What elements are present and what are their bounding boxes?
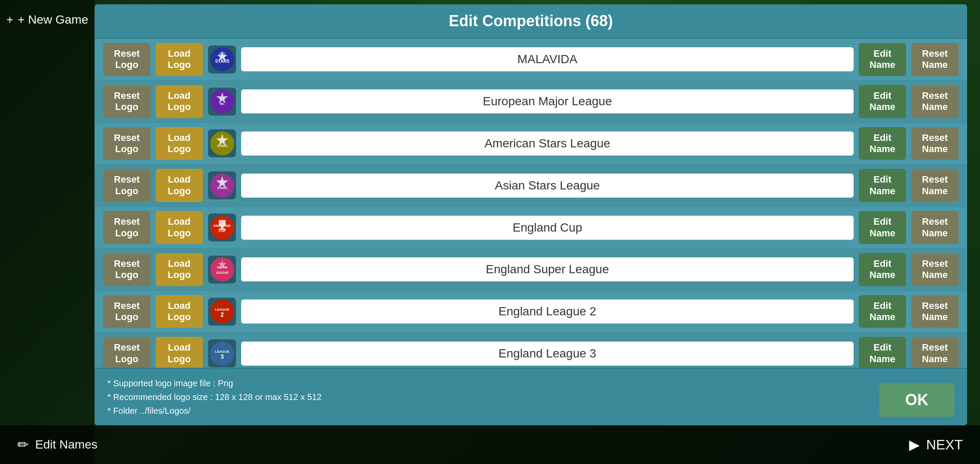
competition-name-input[interactable] (241, 131, 854, 156)
svg-rect-19 (219, 229, 226, 230)
load-logo-button[interactable]: LoadLogo (156, 253, 203, 286)
competition-logo: STARS (208, 171, 236, 199)
competition-logo: LEAGUE 3 (208, 339, 236, 367)
reset-name-button[interactable]: ResetName (911, 253, 959, 286)
svg-text:STARS: STARS (215, 59, 229, 64)
table-row: ResetLogo LoadLogo LEAGUE 2 EditName Res… (95, 291, 967, 333)
reset-logo-button[interactable]: ResetLogo (103, 169, 150, 202)
edit-name-button[interactable]: EditName (859, 253, 906, 286)
edit-name-button[interactable]: EditName (859, 169, 906, 202)
competition-logo: EU ML (208, 88, 236, 116)
competition-logo: STARS (208, 46, 236, 73)
svg-text:STARS: STARS (217, 144, 227, 147)
competition-name-input[interactable] (241, 216, 854, 240)
svg-text:LEAGUE: LEAGUE (216, 271, 229, 274)
dialog-footer: * Supported logo image file : Png * Reco… (95, 368, 967, 425)
svg-text:ML: ML (220, 102, 225, 106)
reset-name-button[interactable]: ResetName (911, 337, 959, 368)
load-logo-button[interactable]: LoadLogo (156, 211, 203, 244)
reset-logo-button[interactable]: ResetLogo (103, 337, 150, 368)
table-row: ResetLogo LoadLogo STARS EditName ResetN… (95, 165, 967, 207)
edit-name-button[interactable]: EditName (859, 295, 906, 328)
edit-icon: ✏ (17, 437, 29, 453)
reset-logo-button[interactable]: ResetLogo (103, 127, 150, 160)
reset-name-button[interactable]: ResetName (911, 43, 959, 76)
competition-name-input[interactable] (241, 342, 854, 366)
edit-name-button[interactable]: EditName (859, 337, 906, 368)
competition-name-input[interactable] (241, 174, 854, 198)
table-row: ResetLogo LoadLogo SUPER LEAGUE EditName… (95, 249, 967, 291)
load-logo-button[interactable]: LoadLogo (156, 85, 203, 118)
footer-line1: * Supported logo image file : Png (107, 376, 954, 390)
edit-names-label: Edit Names (35, 438, 98, 452)
edit-name-button[interactable]: EditName (859, 127, 906, 160)
edit-name-button[interactable]: EditName (859, 85, 906, 118)
competition-name-input[interactable] (241, 299, 854, 324)
reset-name-button[interactable]: ResetName (911, 211, 959, 244)
ok-button[interactable]: OK (879, 383, 954, 417)
plus-icon: + (6, 13, 13, 27)
svg-text:2: 2 (220, 311, 224, 318)
svg-text:3: 3 (220, 353, 224, 360)
competition-name-input[interactable] (241, 89, 854, 113)
reset-name-button[interactable]: ResetName (911, 127, 959, 160)
new-game-button[interactable]: + + New Game (6, 13, 89, 27)
edit-names-button[interactable]: ✏ Edit Names (17, 437, 98, 453)
table-row: ResetLogo LoadLogo EU ML EditName ResetN… (95, 81, 967, 123)
svg-text:SUPER: SUPER (217, 266, 227, 269)
footer-line3: * Folder ../files/Logos/ (107, 404, 954, 418)
competition-name-input[interactable] (241, 47, 854, 71)
load-logo-button[interactable]: LoadLogo (156, 337, 203, 368)
load-logo-button[interactable]: LoadLogo (156, 43, 203, 76)
play-icon: ▶ (909, 437, 920, 453)
competition-logo: STARS (208, 129, 236, 157)
load-logo-button[interactable]: LoadLogo (156, 169, 203, 202)
edit-competitions-dialog: Edit Competitions (68) ResetLogo LoadLog… (95, 4, 967, 425)
competitions-list[interactable]: ResetLogo LoadLogo STARS EditName ResetN… (95, 39, 967, 368)
svg-rect-18 (221, 226, 224, 229)
edit-name-button[interactable]: EditName (859, 43, 906, 76)
reset-logo-button[interactable]: ResetLogo (103, 253, 150, 286)
reset-logo-button[interactable]: ResetLogo (103, 295, 150, 328)
reset-logo-button[interactable]: ResetLogo (103, 85, 150, 118)
reset-name-button[interactable]: ResetName (911, 169, 959, 202)
competition-logo: ENGLAND CUP (208, 214, 236, 241)
ok-button-container: OK (879, 383, 954, 417)
svg-text:STARS: STARS (217, 186, 227, 189)
dialog-title-text: Edit Competitions (68) (449, 12, 613, 30)
edit-name-button[interactable]: EditName (859, 211, 906, 244)
competition-name-input[interactable] (241, 257, 854, 281)
bottom-bar: ✏ Edit Names ▶ NEXT (0, 425, 980, 464)
load-logo-button[interactable]: LoadLogo (156, 295, 203, 328)
reset-logo-button[interactable]: ResetLogo (103, 211, 150, 244)
left-sidebar: + + New Game (0, 0, 95, 464)
reset-name-button[interactable]: ResetName (911, 85, 959, 118)
table-row: ResetLogo LoadLogo STARS EditName ResetN… (95, 39, 967, 81)
reset-name-button[interactable]: ResetName (911, 295, 959, 328)
next-button[interactable]: ▶ NEXT (909, 437, 963, 453)
dialog-title: Edit Competitions (68) (95, 4, 967, 39)
reset-logo-button[interactable]: ResetLogo (103, 43, 150, 76)
footer-line2: * Recommended logo size : 128 x 128 or m… (107, 390, 954, 404)
table-row: ResetLogo LoadLogo ENGLAND CUP EditName … (95, 207, 967, 249)
svg-rect-17 (219, 220, 226, 226)
next-label: NEXT (926, 437, 963, 453)
table-row: ResetLogo LoadLogo LEAGUE 3 EditName Res… (95, 333, 967, 368)
table-row: ResetLogo LoadLogo STARS EditName ResetN… (95, 123, 967, 165)
load-logo-button[interactable]: LoadLogo (156, 127, 203, 160)
new-game-label: + New Game (18, 13, 88, 27)
competition-logo: SUPER LEAGUE (208, 256, 236, 284)
competition-logo: LEAGUE 2 (208, 298, 236, 326)
